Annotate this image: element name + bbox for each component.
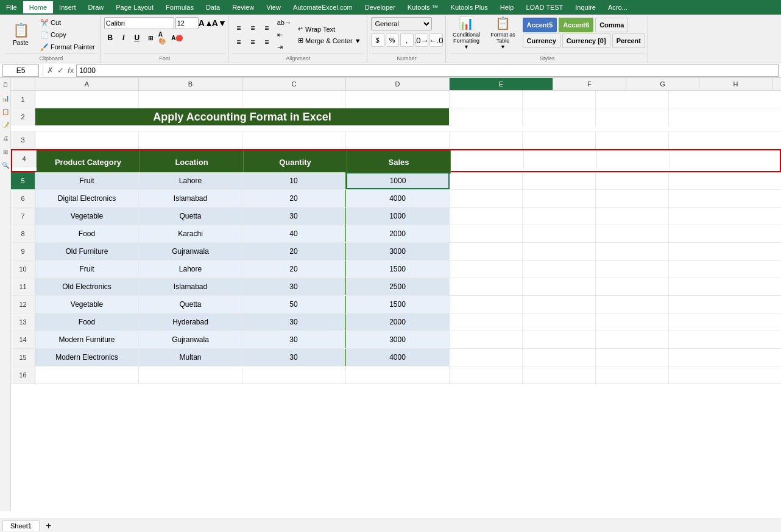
currency-swatch[interactable]: Currency <box>523 33 560 48</box>
cell-b6[interactable]: Digital Electronics <box>35 190 139 207</box>
cell-d5[interactable]: 10 <box>242 172 346 189</box>
cell-title[interactable]: Apply Accounting Format in Excel <box>35 108 450 125</box>
row-num-8[interactable]: 8 <box>11 225 35 242</box>
fill-color-button[interactable]: A🎨 <box>158 32 170 44</box>
menu-help[interactable]: Help <box>494 1 520 13</box>
format-painter-button[interactable]: 🖌️ Format Painter <box>38 41 97 52</box>
accent5-swatch[interactable]: Accent5 <box>523 18 557 32</box>
row-num-4[interactable]: 4 <box>12 150 37 167</box>
cell-e6[interactable]: 4000 <box>346 190 450 207</box>
cell-b5[interactable]: Fruit <box>35 172 139 189</box>
bottom-left-align-button[interactable]: ≡ <box>232 35 246 49</box>
border-button[interactable]: ⊞ <box>144 32 157 44</box>
cell-d6[interactable]: 20 <box>242 190 346 207</box>
cell-g7[interactable] <box>523 208 596 225</box>
cell-c6[interactable]: Islamabad <box>139 190 242 207</box>
menu-view[interactable]: View <box>260 1 287 13</box>
cell-e11[interactable]: 2500 <box>346 278 450 295</box>
cell-d7[interactable]: 30 <box>242 208 346 225</box>
cell-e9[interactable]: 3000 <box>346 243 450 260</box>
font-size-input[interactable] <box>175 17 199 29</box>
col-header-c[interactable]: C <box>242 78 346 90</box>
menu-acro[interactable]: Acro... <box>602 1 634 13</box>
cell-f13[interactable] <box>450 313 523 331</box>
cell-d11[interactable]: 30 <box>242 278 346 295</box>
top-center-align-button[interactable]: ≡ <box>246 21 260 35</box>
cell-d12[interactable]: 50 <box>242 296 346 313</box>
row-num-3[interactable]: 3 <box>11 131 35 149</box>
cell-f12[interactable] <box>450 296 523 313</box>
sidebar-icon-5[interactable]: 🖨 <box>1 134 10 142</box>
cell-c12[interactable]: Quetta <box>139 296 242 313</box>
cell-g13[interactable] <box>523 313 596 331</box>
menu-inquire[interactable]: Inquire <box>569 1 602 13</box>
cell-h4[interactable] <box>597 150 670 167</box>
cell-g3[interactable] <box>523 131 596 149</box>
menu-home[interactable]: Home <box>23 1 53 13</box>
cell-b1[interactable] <box>35 91 139 108</box>
cell-h16[interactable] <box>596 366 669 383</box>
cell-c7[interactable]: Quetta <box>139 208 242 225</box>
cell-c11[interactable]: Islamabad <box>139 278 242 295</box>
bottom-center-align-button[interactable]: ≡ <box>246 35 260 49</box>
cell-c16[interactable] <box>139 366 242 383</box>
row-num-14[interactable]: 14 <box>11 331 35 348</box>
cell-g2[interactable] <box>523 108 596 125</box>
cell-e14[interactable]: 3000 <box>346 331 450 348</box>
percent-button[interactable]: % <box>386 33 399 47</box>
cell-f8[interactable] <box>450 225 523 242</box>
paste-button[interactable]: 📋 Paste <box>5 17 37 51</box>
menu-file[interactable]: File <box>0 1 23 13</box>
menu-formulas[interactable]: Formulas <box>160 1 200 13</box>
sidebar-icon-1[interactable]: 🗒 <box>1 80 10 89</box>
cell-g1[interactable] <box>523 91 596 108</box>
cell-g16[interactable] <box>523 366 596 383</box>
cell-b10[interactable]: Fruit <box>35 261 139 278</box>
cell-e7[interactable]: 1000 <box>346 208 450 225</box>
cell-c10[interactable]: Lahore <box>139 261 242 278</box>
top-left-align-button[interactable]: ≡ <box>232 21 246 35</box>
font-color-button[interactable]: A🔴 <box>171 32 183 44</box>
cell-h15[interactable] <box>596 349 669 366</box>
cell-g8[interactable] <box>523 225 596 242</box>
cell-b11[interactable]: Old Electronics <box>35 278 139 295</box>
cell-c15[interactable]: Multan <box>139 349 242 366</box>
currency0-swatch[interactable]: Currency [0] <box>562 33 610 48</box>
cell-f4[interactable] <box>451 150 524 167</box>
row-num-9[interactable]: 9 <box>11 243 35 260</box>
cell-e3[interactable] <box>346 131 450 149</box>
wrap-text-button[interactable]: ↵ Wrap Text <box>295 24 364 34</box>
cell-d13[interactable]: 30 <box>242 313 346 331</box>
header-quantity[interactable]: Quantity <box>244 150 347 173</box>
menu-review[interactable]: Review <box>226 1 260 13</box>
cell-g6[interactable] <box>523 190 596 207</box>
cell-c1[interactable] <box>139 91 242 108</box>
cell-f16[interactable] <box>450 366 523 383</box>
decrease-font-button[interactable]: A▼ <box>213 17 225 29</box>
row-num-15[interactable]: 15 <box>11 349 35 366</box>
cell-d9[interactable]: 20 <box>242 243 346 260</box>
indent-increase-button[interactable]: ⇥ <box>275 41 294 52</box>
accent6-swatch[interactable]: Accent6 <box>559 18 593 32</box>
cell-b12[interactable]: Vegetable <box>35 296 139 313</box>
cell-b14[interactable]: Modern Furniture <box>35 331 139 348</box>
col-header-a[interactable]: A <box>35 78 139 90</box>
cell-h7[interactable] <box>596 208 669 225</box>
cell-f14[interactable] <box>450 331 523 348</box>
cell-e12[interactable]: 1500 <box>346 296 450 313</box>
header-location[interactable]: Location <box>140 150 244 173</box>
row-num-12[interactable]: 12 <box>11 296 35 313</box>
italic-button[interactable]: I <box>118 32 130 44</box>
orientation-button[interactable]: ab→ <box>275 17 294 28</box>
cell-h6[interactable] <box>596 190 669 207</box>
cell-c3[interactable] <box>139 131 242 149</box>
sidebar-icon-3[interactable]: 📋 <box>1 107 10 116</box>
cell-d15[interactable]: 30 <box>242 349 346 366</box>
cell-g15[interactable] <box>523 349 596 366</box>
menu-load-test[interactable]: LOAD TEST <box>520 1 569 13</box>
cell-h9[interactable] <box>596 243 669 260</box>
cell-d3[interactable] <box>242 131 346 149</box>
bottom-right-align-button[interactable]: ≡ <box>260 35 274 49</box>
increase-font-button[interactable]: A▲ <box>200 17 212 29</box>
menu-insert[interactable]: Insert <box>53 1 82 13</box>
